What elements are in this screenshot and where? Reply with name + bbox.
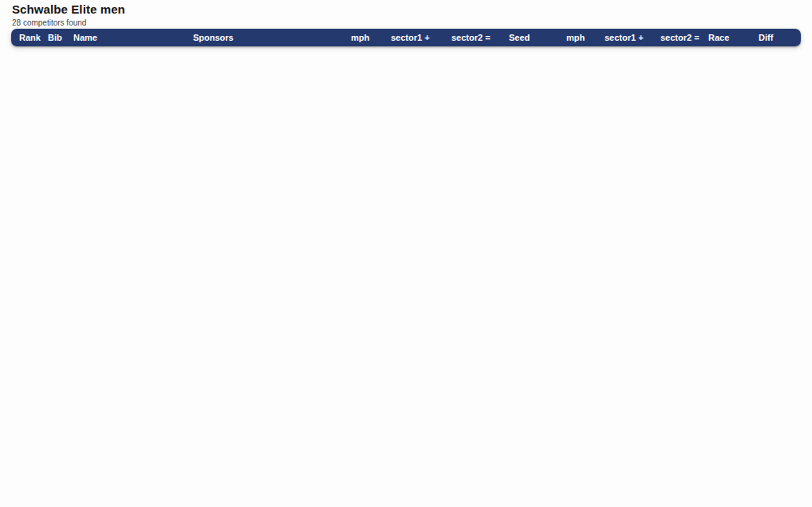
header-rank: Rank <box>11 29 41 46</box>
header-sponsors: Sponsors <box>187 29 345 46</box>
header-seed: Seed <box>503 29 560 46</box>
header-seed-sector2: sector2 = <box>445 29 503 46</box>
header-seed-mph: mph <box>345 29 384 46</box>
header-name: Name <box>67 29 187 46</box>
header-race-sector2: sector2 = <box>654 29 702 46</box>
competitors-count: 28 competitors found <box>12 18 86 27</box>
results-table: Rank Bib Name Sponsors mph sector1 + sec… <box>11 29 801 46</box>
page-title: Schwalbe Elite men <box>12 2 125 16</box>
header-bib: Bib <box>41 29 67 46</box>
header-diff: Diff <box>752 29 801 46</box>
header-race: Race <box>702 29 752 46</box>
results-table-card: Rank Bib Name Sponsors mph sector1 + sec… <box>11 29 801 46</box>
table-header-row: Rank Bib Name Sponsors mph sector1 + sec… <box>11 29 801 46</box>
header-seed-sector1: sector1 + <box>384 29 445 46</box>
header-race-sector1: sector1 + <box>598 29 654 46</box>
header-race-mph: mph <box>560 29 598 46</box>
